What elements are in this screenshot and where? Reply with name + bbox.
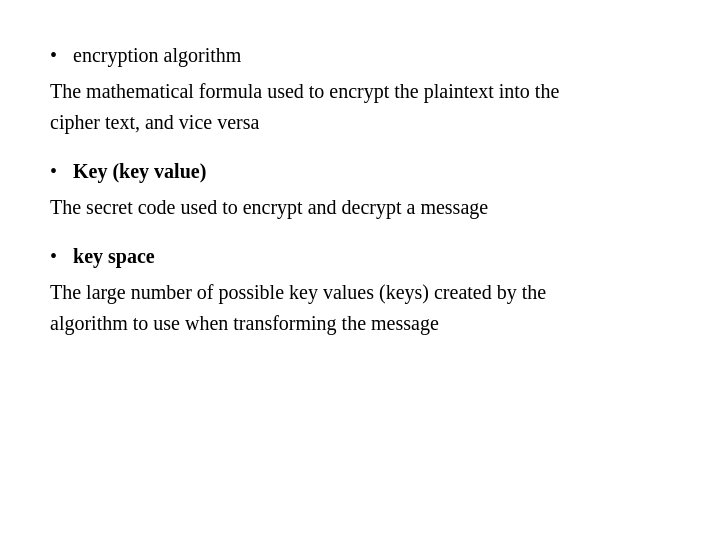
bullet-key-space: • key space: [50, 241, 670, 271]
bullet-symbol-2: •: [50, 156, 57, 186]
section-key-space: • key space The large number of possible…: [50, 241, 670, 339]
bullet-symbol-1: •: [50, 40, 57, 70]
bullet-symbol-3: •: [50, 241, 57, 271]
bullet-encryption-algorithm: • encryption algorithm: [50, 40, 670, 70]
section-encryption-algorithm: • encryption algorithm The mathematical …: [50, 40, 670, 138]
bullet-label-key-value: Key (key value): [69, 156, 206, 186]
description-key-space: The large number of possible key values …: [50, 277, 670, 339]
main-content: • encryption algorithm The mathematical …: [0, 0, 720, 397]
bullet-label-encryption-algorithm: encryption algorithm: [69, 40, 241, 70]
section-key-value: • Key (key value) The secret code used t…: [50, 156, 670, 223]
description-encryption-algorithm: The mathematical formula used to encrypt…: [50, 76, 670, 138]
bullet-label-key-space: key space: [69, 241, 155, 271]
description-key-value: The secret code used to encrypt and decr…: [50, 192, 670, 223]
bullet-key-value: • Key (key value): [50, 156, 670, 186]
